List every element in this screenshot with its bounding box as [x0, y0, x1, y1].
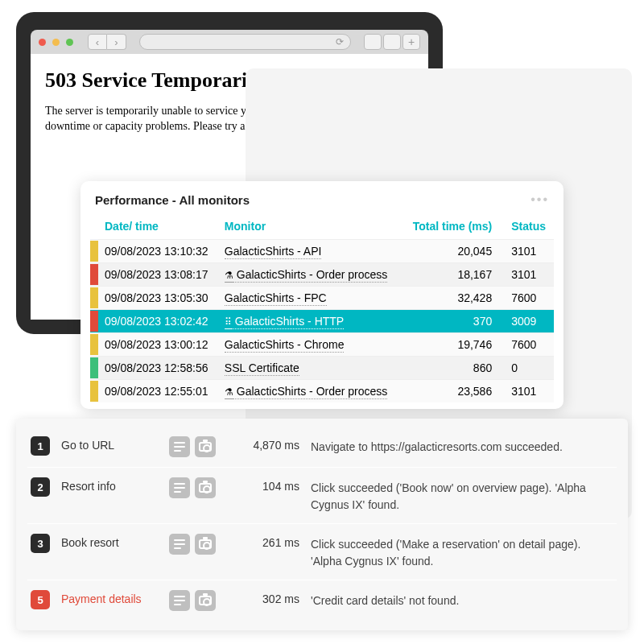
cell-total-time: 19,746 — [402, 333, 497, 357]
col-total-time[interactable]: Total time (ms) — [402, 215, 497, 240]
grid-icon: ⠿ — [225, 316, 232, 329]
step-message: 'Credit card details' not found. — [311, 590, 459, 609]
nav-forward-button[interactable]: › — [107, 34, 126, 50]
step-duration: 302 ms — [227, 590, 299, 605]
cell-datetime: 09/08/2023 13:00:12 — [100, 333, 220, 357]
step-message: Click succeeded ('Book now' on overview … — [311, 477, 613, 514]
status-chip — [90, 381, 98, 402]
tab-button[interactable] — [383, 34, 401, 50]
cell-monitor[interactable]: GalacticShirts - FPC — [220, 287, 402, 310]
step-message: Navigate to https://galacticresorts.com … — [311, 436, 563, 456]
log-icon[interactable] — [169, 436, 190, 457]
table-row[interactable]: 09/08/2023 13:05:30GalacticShirts - FPC3… — [90, 287, 554, 310]
cell-monitor[interactable]: ⠿GalacticShirts - HTTP — [220, 310, 402, 333]
step-number-badge: 3 — [31, 534, 50, 553]
performance-title: Performance - All monitors — [95, 193, 250, 207]
new-tab-button[interactable]: + — [402, 34, 420, 50]
cell-total-time: 23,586 — [402, 380, 497, 403]
log-icon[interactable] — [169, 477, 190, 498]
cell-monitor[interactable]: GalacticShirts - Chrome — [220, 333, 402, 357]
cell-total-time: 32,428 — [402, 287, 497, 310]
step-name: Payment details — [61, 590, 158, 605]
table-row[interactable]: 09/08/2023 13:08:17⚗GalacticShirts - Ord… — [90, 263, 554, 287]
cell-datetime: 09/08/2023 12:55:01 — [100, 380, 220, 403]
step-number-badge: 1 — [31, 436, 50, 456]
step-row: 3Book resort261 msClick succeeded ('Make… — [27, 523, 617, 580]
cell-datetime: 09/08/2023 13:10:32 — [100, 240, 220, 263]
table-row[interactable]: 09/08/2023 13:02:42⠿GalacticShirts - HTT… — [90, 310, 554, 333]
flask-icon: ⚗ — [225, 270, 233, 283]
step-name: Go to URL — [61, 436, 158, 452]
cell-datetime: 09/08/2023 13:08:17 — [100, 263, 220, 287]
status-chip — [90, 334, 98, 355]
status-chip — [90, 287, 98, 308]
cell-status: 3101 — [497, 263, 554, 287]
cell-datetime: 09/08/2023 13:05:30 — [100, 287, 220, 310]
step-row: 1Go to URL4,870 msNavigate to https://ga… — [27, 427, 617, 467]
screenshot-icon[interactable] — [195, 436, 216, 457]
cell-monitor[interactable]: GalacticShirts - API — [220, 240, 402, 263]
step-row: 5Payment details302 ms'Credit card detai… — [27, 580, 617, 621]
status-chip — [90, 311, 98, 332]
step-number-badge: 2 — [31, 477, 50, 497]
cell-monitor[interactable]: SSL Certificate — [220, 357, 402, 380]
cell-datetime: 09/08/2023 13:02:42 — [100, 310, 220, 333]
status-chip — [90, 264, 98, 285]
step-name: Resort info — [61, 477, 158, 493]
status-chip — [90, 241, 98, 262]
browser-toolbar: ‹ › ⟳ + — [31, 30, 428, 54]
step-message: Click succeeded ('Make a reservation' on… — [311, 534, 613, 570]
cell-total-time: 18,167 — [402, 263, 497, 287]
tab-button[interactable] — [364, 34, 382, 50]
cell-total-time: 370 — [402, 310, 497, 333]
step-number-badge: 5 — [31, 590, 50, 609]
window-close-dot[interactable] — [39, 39, 46, 46]
address-bar[interactable]: ⟳ — [139, 34, 351, 50]
cell-status: 3009 — [497, 310, 554, 333]
cell-datetime: 09/08/2023 12:58:56 — [100, 357, 220, 380]
flask-icon: ⚗ — [225, 386, 233, 399]
transaction-steps-panel: 1Go to URL4,870 msNavigate to https://ga… — [16, 419, 628, 630]
step-row: 2Resort info104 msClick succeeded ('Book… — [27, 467, 617, 523]
more-menu-icon[interactable]: ••• — [530, 192, 549, 207]
screenshot-icon[interactable] — [195, 590, 216, 611]
cell-status: 3101 — [497, 380, 554, 403]
cell-monitor[interactable]: ⚗GalacticShirts - Order process — [220, 263, 402, 287]
cell-status: 7600 — [497, 287, 554, 310]
table-row[interactable]: 09/08/2023 12:58:56SSL Certificate8600 — [90, 357, 554, 380]
cell-monitor[interactable]: ⚗GalacticShirts - Order process — [220, 380, 402, 403]
window-min-dot[interactable] — [52, 39, 60, 46]
screenshot-icon[interactable] — [195, 534, 216, 555]
step-duration: 261 ms — [227, 534, 299, 549]
table-row[interactable]: 09/08/2023 13:00:12GalacticShirts - Chro… — [90, 333, 554, 357]
status-chip — [90, 357, 98, 378]
table-row[interactable]: 09/08/2023 13:10:32GalacticShirts - API2… — [90, 240, 554, 263]
cell-status: 7600 — [497, 333, 554, 357]
cell-status: 3101 — [497, 240, 554, 263]
nav-back-button[interactable]: ‹ — [88, 34, 107, 50]
log-icon[interactable] — [169, 534, 190, 555]
log-icon[interactable] — [169, 590, 190, 611]
cell-total-time: 20,045 — [402, 240, 497, 263]
screenshot-icon[interactable] — [195, 477, 216, 498]
step-name: Book resort — [61, 534, 158, 549]
step-duration: 4,870 ms — [227, 436, 299, 452]
col-datetime[interactable]: Date/ time — [100, 215, 220, 240]
reload-icon[interactable]: ⟳ — [336, 36, 344, 47]
window-max-dot[interactable] — [66, 39, 73, 46]
col-monitor[interactable]: Monitor — [220, 215, 402, 240]
cell-total-time: 860 — [402, 357, 497, 380]
col-status[interactable]: Status — [497, 215, 554, 240]
performance-table: Date/ time Monitor Total time (ms) Statu… — [90, 215, 554, 402]
step-duration: 104 ms — [227, 477, 299, 493]
cell-status: 0 — [497, 357, 554, 380]
table-row[interactable]: 09/08/2023 12:55:01⚗GalacticShirts - Ord… — [90, 380, 554, 403]
performance-card: Performance - All monitors ••• Date/ tim… — [80, 181, 564, 409]
